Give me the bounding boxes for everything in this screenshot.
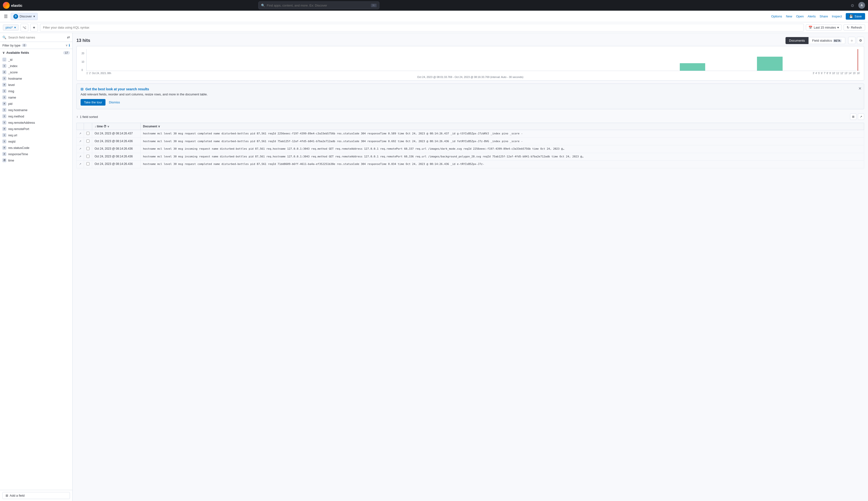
field-item[interactable]: #req.remotePort — [0, 126, 72, 132]
results-table-header: ↕ 1 field sorted ⊞ ↗ — [76, 112, 864, 121]
time-cell: Oct 24, 2023 @ 08:14:26.436 — [92, 138, 141, 145]
inspect-button[interactable]: Inspect — [832, 14, 842, 18]
filter-info-icon[interactable]: ℹ — [69, 43, 70, 47]
field-item[interactable]: treq.method — [0, 113, 72, 119]
x-label-7: 7' — [824, 72, 825, 75]
field-name-label: pid — [8, 102, 12, 106]
chart-x-labels: 1' 2' Oct 24, 2023, 08h 3' 4' 5' 6' 7' 8… — [86, 72, 860, 75]
document-cell: hostname mcl level 30 msg incoming reque… — [141, 145, 864, 153]
take-tour-button[interactable]: Take the tour — [80, 99, 106, 106]
field-type-badge: t — [2, 133, 6, 137]
time-picker[interactable]: 📅 Last 15 minutes ▾ — [806, 24, 842, 31]
expand-row-button[interactable]: ↗ — [79, 132, 81, 135]
field-item[interactable]: treq.hostname — [0, 107, 72, 113]
add-field-button[interactable]: ⊞ Add a field — [2, 492, 70, 499]
checkbox-cell — [84, 145, 92, 153]
time-sort-icon: ↓ — [95, 125, 96, 128]
row-checkbox[interactable] — [86, 155, 89, 158]
elastic-logo[interactable]: elastic — [3, 2, 22, 9]
checkbox-cell — [84, 153, 92, 161]
field-item[interactable]: tmsg — [0, 88, 72, 94]
help-button[interactable]: ⊙ — [849, 2, 856, 9]
save-button[interactable]: 💾 Save — [846, 13, 865, 20]
expand-row-button[interactable]: ↗ — [79, 140, 81, 143]
x-label-16: 16' — [857, 72, 860, 75]
row-checkbox[interactable] — [86, 147, 89, 150]
columns-button[interactable]: ⊞ — [850, 114, 856, 120]
time-cell: Oct 24, 2023 @ 08:14:26.436 — [92, 153, 141, 161]
filter-type-chevron-icon[interactable]: ∨ — [66, 44, 68, 47]
chart-options-button[interactable]: ○ — [848, 37, 855, 44]
save-label: Save — [855, 14, 862, 18]
collapse-sidebar-button[interactable]: ⇄ — [67, 35, 70, 39]
field-item[interactable]: treqId — [0, 138, 72, 145]
expand-cell: ↗ — [77, 130, 84, 138]
tab-documents[interactable]: Documents — [785, 37, 809, 44]
share-button[interactable]: Share — [820, 14, 828, 18]
table-row: ↗Oct 24, 2023 @ 08:14:26.436hostname mcl… — [77, 138, 864, 145]
field-item[interactable]: #responseTime — [0, 151, 72, 157]
global-search[interactable]: 🔍 ⌘/ — [259, 1, 379, 9]
filter-options-button[interactable]: ⌥ — [21, 24, 28, 31]
app-name: Discover — [20, 14, 32, 18]
field-item[interactable]: #res.statusCode — [0, 145, 72, 151]
index-selector[interactable]: pino* ▾ — [3, 24, 19, 31]
expand-row-button[interactable]: ↗ — [79, 155, 81, 158]
expand-row-button[interactable]: ↗ — [79, 147, 81, 150]
row-checkbox[interactable] — [86, 162, 89, 166]
nav-actions: Options New Open Alerts Share Inspect 💾 … — [771, 13, 865, 20]
banner-close-button[interactable]: ✕ — [858, 86, 861, 91]
table-row: ↗Oct 24, 2023 @ 08:14:26.437hostname mcl… — [77, 130, 864, 138]
x-label-date: Oct 24, 2023, 08h — [92, 72, 813, 75]
field-name-label: _index — [8, 64, 18, 68]
field-type-badge: t — [2, 114, 6, 118]
y-label-0: 0 — [81, 69, 84, 72]
field-item[interactable]: t_index — [0, 63, 72, 69]
avatar[interactable]: A — [858, 2, 865, 9]
field-item[interactable]: #level — [0, 82, 72, 88]
dismiss-button[interactable]: Dismiss — [107, 99, 121, 106]
table-icons: ⊞ ↗ — [850, 114, 864, 120]
alerts-button[interactable]: Alerts — [808, 14, 816, 18]
settings-button[interactable]: ⚙ — [857, 37, 864, 44]
field-item[interactable]: __id — [0, 56, 72, 63]
expand-row-button[interactable]: ↗ — [79, 162, 81, 166]
app-selector[interactable]: D Discover ▾ — [11, 13, 38, 20]
hamburger-button[interactable]: ☰ — [3, 13, 9, 20]
sidebar-footer: ⊞ Add a field — [0, 490, 72, 501]
field-item[interactable]: #pid — [0, 100, 72, 107]
add-filter-button[interactable]: + — [30, 24, 38, 31]
field-name-label: req.method — [8, 115, 24, 118]
row-checkbox[interactable] — [86, 132, 89, 135]
options-button[interactable]: Options — [771, 14, 782, 18]
field-item[interactable]: treq.url — [0, 132, 72, 138]
field-search-input[interactable] — [8, 35, 65, 39]
kql-input[interactable] — [40, 24, 804, 31]
new-button[interactable]: New — [786, 14, 792, 18]
filter-type-label: Filter by type — [2, 44, 20, 47]
field-item[interactable]: thostname — [0, 75, 72, 82]
fullscreen-button[interactable]: ↗ — [858, 114, 864, 120]
field-type-badge: t — [2, 120, 6, 125]
svg-point-0 — [4, 3, 8, 7]
field-item[interactable]: ⏱time — [0, 157, 72, 163]
tab-field-statistics[interactable]: Field statistics BETA — [809, 37, 845, 44]
available-fields-toggle[interactable]: ∨ Available fields — [2, 51, 29, 54]
field-item[interactable]: tname — [0, 94, 72, 100]
index-chevron-icon: ▾ — [14, 26, 16, 29]
field-item[interactable]: treq.remoteAddress — [0, 119, 72, 126]
field-item[interactable]: #_score — [0, 69, 72, 75]
open-button[interactable]: Open — [796, 14, 804, 18]
field-name-label: reqId — [8, 140, 15, 143]
refresh-icon: ↻ — [847, 26, 849, 29]
field-type-badge: t — [2, 76, 6, 81]
time-col-header[interactable]: ↓ time ⏱ ∨ — [92, 123, 141, 130]
document-col-header: Document ∨ — [141, 123, 864, 130]
field-name-label: msg — [8, 89, 14, 93]
chart-bar — [757, 57, 783, 71]
row-checkbox[interactable] — [86, 139, 89, 142]
y-label-20: 20 — [81, 52, 84, 55]
refresh-button[interactable]: ↻ Refresh — [844, 24, 865, 31]
field-type-badge: t — [2, 139, 6, 143]
global-search-input[interactable] — [267, 4, 369, 7]
